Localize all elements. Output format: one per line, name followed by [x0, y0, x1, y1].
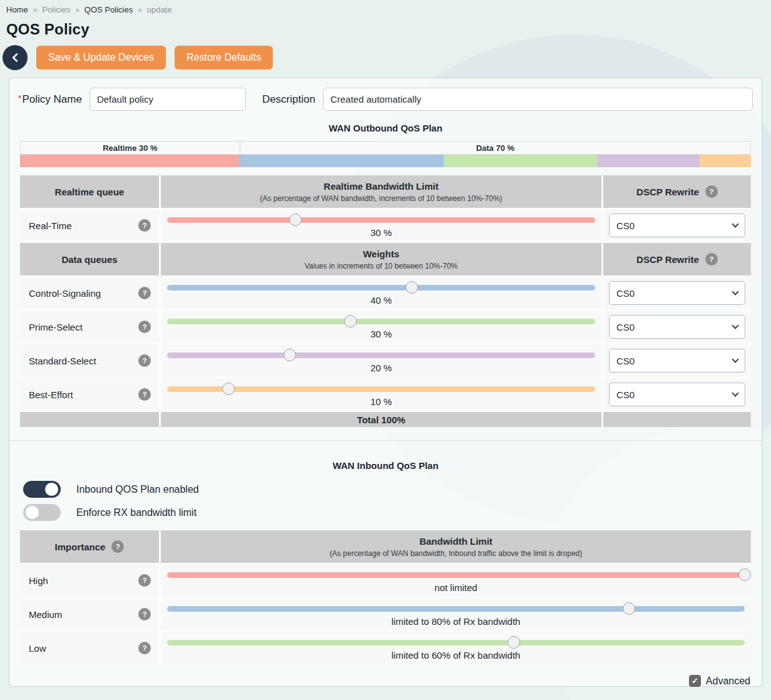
help-icon[interactable]: ?: [138, 321, 151, 333]
help-icon[interactable]: ?: [138, 388, 151, 401]
weights-header: Weights Values in increments of 10 betwe…: [161, 243, 601, 275]
plan-bar-segments: [20, 155, 751, 167]
high-bandwidth-slider[interactable]: [167, 568, 745, 582]
slider-track[interactable]: [167, 640, 745, 646]
low-slider-cell: limited to 60% of Rx bandwidth: [161, 632, 751, 664]
weights-subtitle: Values in increments of 10 between 10%-7…: [305, 262, 458, 270]
high-importance-row: High ? not limited: [20, 564, 751, 597]
realtime-bandwidth-limit-header: Realtime Bandwidth Limit (As percentage …: [161, 175, 601, 208]
real-time-slider-value: 30 %: [167, 227, 595, 238]
slider-track[interactable]: [167, 285, 595, 291]
best-effort-slider[interactable]: [167, 382, 595, 396]
standard-select-dscp-select[interactable]: CS0: [609, 349, 745, 373]
slider-thumb[interactable]: [283, 349, 296, 361]
weights-title: Weights: [363, 249, 399, 259]
medium-importance-row: Medium ? limited to 80% of Rx bandwidth: [20, 598, 751, 631]
best-effort-dscp-select[interactable]: CS0: [609, 383, 745, 406]
breadcrumb-home[interactable]: Home: [6, 5, 28, 14]
best-effort-slider-value: 10 %: [167, 396, 595, 407]
real-time-label-cell: Real-Time ?: [20, 209, 159, 242]
bandwidth-limit-subtitle: (As percentage of WAN bandwidth, Inbound…: [330, 549, 583, 558]
breadcrumb-separator: »: [75, 6, 79, 14]
help-icon[interactable]: ?: [111, 540, 124, 553]
slider-thumb[interactable]: [222, 383, 235, 395]
total-row: Total 100%: [20, 412, 751, 427]
help-icon[interactable]: ?: [138, 608, 151, 620]
policy-form-row: *Policy Name Description: [18, 88, 753, 111]
best-effort-row: Best-Effort ? 10 % CS0: [20, 378, 751, 411]
slider-track[interactable]: [167, 606, 745, 612]
plan-label-data: Data 70 %: [240, 142, 750, 154]
back-arrow-icon: [9, 51, 21, 64]
breadcrumb-policies[interactable]: Policies: [42, 5, 70, 14]
high-slider-cell: not limited: [161, 564, 751, 597]
slider-track[interactable]: [167, 572, 745, 578]
bandwidth-limit-title: Bandwidth Limit: [419, 536, 493, 547]
slider-track[interactable]: [167, 353, 595, 358]
enforce-rx-bandwidth-toggle[interactable]: [23, 504, 61, 521]
prime-select-slider-cell: 30 %: [161, 311, 601, 343]
slider-thumb[interactable]: [406, 281, 418, 294]
qos-policy-panel: *Policy Name Description WAN Outbound Qo…: [9, 78, 762, 687]
prime-select-slider[interactable]: [167, 314, 595, 328]
policy-name-input[interactable]: [89, 88, 246, 111]
low-bandwidth-slider[interactable]: [167, 636, 745, 649]
slider-thumb[interactable]: [623, 602, 635, 615]
help-icon[interactable]: ?: [138, 354, 151, 367]
plan-segment-control-signaling: [239, 155, 444, 167]
help-icon[interactable]: ?: [705, 185, 718, 198]
control-signaling-dscp-select[interactable]: CS0: [609, 281, 745, 305]
best-effort-slider-cell: 10 %: [161, 378, 601, 411]
standard-select-row: Standard-Select ? 20 % CS0: [20, 344, 751, 377]
standard-select-slider[interactable]: [167, 348, 595, 362]
high-label-cell: High ?: [20, 564, 159, 597]
control-signaling-dscp-cell: CS0: [603, 277, 751, 309]
best-effort-label: Best-Effort: [29, 389, 73, 400]
slider-track[interactable]: [167, 319, 595, 324]
best-effort-label-cell: Best-Effort ?: [20, 378, 159, 411]
real-time-row: Real-Time ? 30 % CS0: [20, 209, 751, 242]
inbound-qos-toggle-row: Inbound QOS Plan enabled: [23, 481, 753, 498]
breadcrumb-qos-policies[interactable]: QOS Policies: [84, 5, 133, 14]
slider-thumb[interactable]: [738, 569, 751, 581]
plan-segment-best-effort: [700, 155, 751, 167]
inbound-qos-plan-toggle[interactable]: [23, 481, 61, 498]
advanced-checkbox-label: Advanced: [706, 676, 750, 687]
help-icon[interactable]: ?: [138, 642, 151, 654]
restore-defaults-button[interactable]: Restore Defaults: [175, 46, 273, 69]
save-update-devices-button[interactable]: Save & Update Devices: [36, 46, 166, 69]
slider-track[interactable]: [167, 217, 595, 223]
slider-thumb[interactable]: [344, 315, 357, 327]
realtime-header-row: Realtime queue Realtime Bandwidth Limit …: [20, 175, 751, 208]
back-button[interactable]: [3, 45, 28, 70]
description-input[interactable]: [323, 88, 753, 111]
prime-select-row: Prime-Select ? 30 % CS0: [20, 311, 751, 343]
standard-select-label: Standard-Select: [29, 356, 96, 366]
standard-select-label-cell: Standard-Select ?: [20, 344, 159, 377]
help-icon[interactable]: ?: [138, 219, 151, 232]
control-signaling-slider[interactable]: [167, 281, 595, 294]
advanced-checkbox[interactable]: ✓: [689, 675, 701, 687]
help-icon[interactable]: ?: [138, 574, 151, 587]
medium-label: Medium: [29, 609, 62, 620]
breadcrumb-separator: »: [33, 6, 38, 14]
real-time-dscp-select[interactable]: CS0: [609, 214, 745, 237]
prime-select-dscp-select[interactable]: CS0: [609, 315, 745, 339]
total-label: Total 100%: [161, 412, 601, 427]
real-time-dscp-cell: CS0: [603, 209, 751, 242]
bandwidth-limit-header: Bandwidth Limit (As percentage of WAN ba…: [161, 530, 751, 563]
high-label: High: [29, 575, 48, 586]
best-effort-dscp-cell: CS0: [603, 378, 751, 411]
low-label: Low: [29, 643, 46, 654]
importance-header-label: Importance: [55, 542, 106, 552]
medium-bandwidth-slider[interactable]: [167, 602, 745, 615]
realtime-bandwidth-limit-subtitle: (As percentage of WAN bandwidth, increme…: [260, 194, 502, 203]
prime-select-label-cell: Prime-Select ?: [20, 311, 159, 343]
help-icon[interactable]: ?: [705, 253, 718, 265]
slider-thumb[interactable]: [289, 214, 302, 226]
real-time-slider[interactable]: [167, 213, 595, 227]
help-icon[interactable]: ?: [138, 287, 151, 299]
low-importance-row: Low ? limited to 60% of Rx bandwidth: [20, 632, 751, 664]
toolbar: Save & Update Devices Restore Defaults: [0, 38, 771, 70]
slider-thumb[interactable]: [508, 636, 520, 649]
